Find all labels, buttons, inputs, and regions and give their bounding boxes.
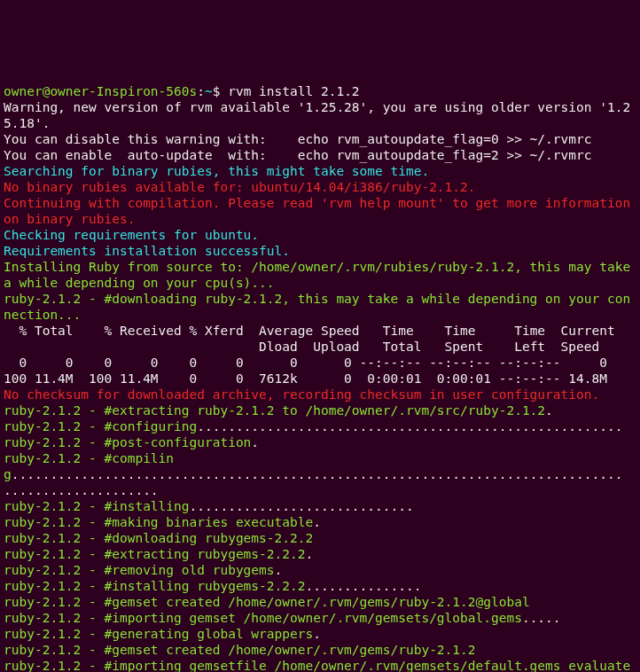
download-line: ruby-2.1.2 - #downloading ruby-2.1.2, th…: [4, 292, 630, 322]
status-line: Searching for binary rubies, this might …: [4, 164, 429, 178]
prompt-user: owner@owner-Inspiron-560s: [4, 84, 197, 98]
step-line: ruby-2.1.2 - #importing gemsetfile /home…: [4, 659, 630, 672]
status-line: Checking requirements for ubuntu.: [4, 228, 259, 242]
step-line: ruby-2.1.2 - #gemset created /home/owner…: [4, 643, 476, 657]
warning-line: You can enable auto-update with: echo rv…: [4, 148, 591, 162]
step-line: ruby-2.1.2 - #extracting ruby-2.1.2 to /…: [4, 403, 545, 418]
step-line: ruby-2.1.2 - #downloading rubygems-2.2.2: [4, 531, 313, 545]
step-line: ruby-2.1.2 - #installing: [4, 499, 190, 513]
status-line: Requirements installation successful.: [4, 244, 290, 258]
warning-line: Warning, new version of rvm available '1…: [4, 100, 630, 130]
error-line: No binary rubies available for: ubuntu/1…: [4, 180, 476, 194]
step-line: ruby-2.1.2 - #making binaries executable: [4, 515, 313, 529]
curl-progress: 100 11.4M 100 11.4M 0 0 7612k 0 0:00:01 …: [4, 371, 607, 386]
install-line: Installing Ruby from source to: /home/ow…: [4, 260, 638, 290]
step-line: ruby-2.1.2 - #installing rubygems-2.2.2: [4, 579, 305, 593]
curl-progress: 0 0 0 0 0 0 0 0 --:--:-- --:--:-- --:--:…: [4, 356, 607, 370]
step-line: ruby-2.1.2 - #configuring: [4, 419, 197, 434]
dots-line: ....................: [4, 483, 159, 497]
warning-line: You can disable this warning with: echo …: [4, 132, 591, 146]
step-line: ruby-2.1.2 - #gemset created /home/owner…: [4, 595, 530, 609]
step-line: ruby-2.1.2 - #extracting rubygems-2.2.2: [4, 547, 305, 561]
step-line: ruby-2.1.2 - #generating global wrappers: [4, 627, 313, 641]
terminal-output: owner@owner-Inspiron-560s:~$ rvm install…: [4, 67, 636, 672]
info-line: Continuing with compilation. Please read…: [4, 196, 638, 226]
curl-header: Dload Upload Total Spent Left Speed: [4, 340, 599, 354]
command-text: [220, 84, 228, 98]
curl-header: % Total % Received % Xferd Average Speed…: [4, 324, 615, 338]
step-line: ruby-2.1.2 - #post-configuration: [4, 435, 251, 449]
prompt-path: ~: [205, 84, 213, 98]
step-line: ruby-2.1.2 - #importing gemset /home/own…: [4, 611, 522, 625]
step-line: ruby-2.1.2 - #removing old rubygems: [4, 563, 275, 577]
warning-line: No checksum for downloaded archive, reco…: [4, 387, 599, 402]
